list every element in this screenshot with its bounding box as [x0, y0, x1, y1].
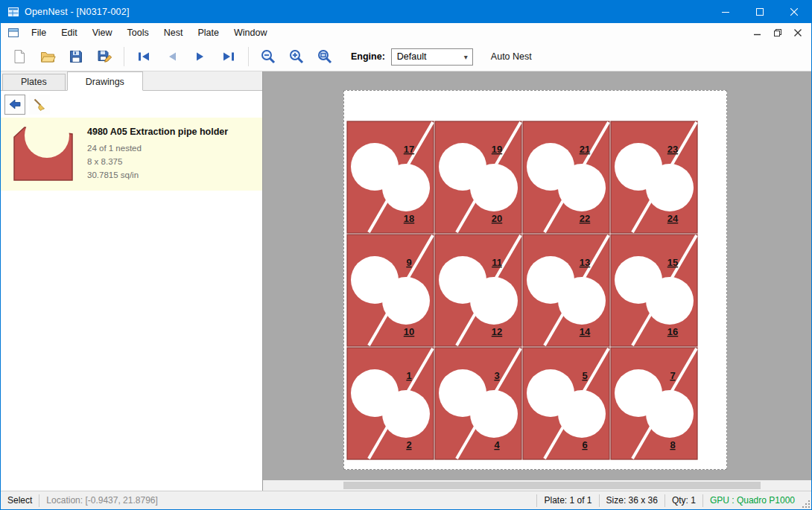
- nest-cell[interactable]: 1 2: [346, 347, 434, 460]
- menu-tools[interactable]: Tools: [120, 24, 156, 42]
- broom-icon: [32, 97, 47, 112]
- clear-drawings-button[interactable]: [29, 95, 50, 115]
- nest-cell[interactable]: 3 4: [434, 347, 522, 460]
- status-size: Size: 36 x 36: [606, 495, 658, 506]
- part-number: 5: [582, 370, 587, 381]
- drawing-title: 4980 A05 Extraction pipe holder: [87, 127, 228, 137]
- resize-grip[interactable]: [798, 491, 811, 509]
- nest-cell[interactable]: 9 10: [346, 234, 434, 347]
- mdi-close-button[interactable]: [788, 25, 807, 40]
- status-plate: Plate: 1 of 1: [544, 495, 591, 506]
- sidebar-tabs: PlatesDrawings: [1, 71, 262, 91]
- mdi-minimize-button[interactable]: [748, 25, 767, 40]
- last-plate-button[interactable]: [215, 45, 243, 68]
- status-qty: Qty: 1: [672, 495, 696, 506]
- last-arrow-icon: [221, 49, 236, 64]
- minimize-icon: [754, 29, 761, 36]
- status-separator: [664, 494, 665, 507]
- zoom-fit-icon: [317, 48, 333, 65]
- auto-nest-button[interactable]: Auto Nest: [491, 51, 532, 62]
- part-thumbnail: [7, 122, 78, 185]
- zoom-in-button[interactable]: [282, 45, 311, 68]
- part-number: 9: [406, 257, 411, 268]
- status-separator: [702, 494, 703, 507]
- status-location: Location: [-0.9437, 21.8796]: [46, 495, 157, 506]
- part-number: 24: [667, 213, 679, 224]
- next-arrow-icon: [193, 49, 208, 64]
- mdi-restore-button[interactable]: [768, 25, 787, 40]
- drawing-list-item[interactable]: 4980 A05 Extraction pipe holder 24 of 1 …: [1, 118, 262, 191]
- zoom-out-button[interactable]: [254, 45, 282, 68]
- new-document-icon: [11, 48, 28, 65]
- plate[interactable]: 17 18 19 20 21 22 23 24 9 10 11 12 13 14…: [343, 90, 727, 470]
- part-number: 7: [670, 370, 675, 381]
- part-number: 18: [404, 213, 414, 224]
- minimize-button[interactable]: [708, 1, 743, 23]
- menu-plate[interactable]: Plate: [190, 24, 226, 42]
- chevron-down-icon: ▾: [464, 53, 472, 61]
- next-plate-button[interactable]: [186, 45, 215, 68]
- restore-icon: [773, 28, 782, 37]
- open-folder-icon: [39, 48, 56, 65]
- part-number: 11: [492, 257, 502, 268]
- drawings-toolbar: [1, 91, 262, 118]
- part-number: 19: [492, 144, 502, 155]
- part-number: 13: [580, 257, 590, 268]
- mdi-window-controls: [748, 25, 811, 40]
- nest-cell[interactable]: 21 22: [522, 121, 610, 234]
- status-separator: [536, 494, 537, 507]
- window-controls: [708, 1, 811, 23]
- import-arrow-icon: [7, 97, 22, 112]
- part-number: 8: [670, 439, 675, 450]
- part-number: 21: [580, 144, 590, 155]
- save-edit-button[interactable]: [90, 45, 118, 68]
- open-button[interactable]: [34, 45, 62, 68]
- menu-window[interactable]: Window: [226, 24, 274, 42]
- nest-cell[interactable]: 19 20: [434, 121, 522, 234]
- part-number: 12: [492, 326, 502, 337]
- zoom-out-icon: [260, 48, 276, 65]
- save-button[interactable]: [62, 45, 90, 68]
- tab-drawings[interactable]: Drawings: [67, 71, 143, 91]
- part-shape-icon: [8, 124, 77, 183]
- menu-view[interactable]: View: [85, 24, 120, 42]
- sidebar: PlatesDrawings: [1, 71, 263, 491]
- nest-cell[interactable]: 23 24: [610, 121, 698, 234]
- menu-nest[interactable]: Nest: [156, 24, 191, 42]
- zoom-in-icon: [288, 48, 305, 65]
- app-window: OpenNest - [N0317-002] FileEditViewTools…: [0, 0, 812, 510]
- engine-label: Engine:: [351, 51, 385, 62]
- previous-arrow-icon: [165, 49, 180, 64]
- nest-canvas[interactable]: 17 18 19 20 21 22 23 24 9 10 11 12 13 14…: [263, 71, 811, 491]
- previous-plate-button[interactable]: [158, 45, 186, 68]
- maximize-button[interactable]: [743, 1, 777, 23]
- part-number: 17: [404, 144, 414, 155]
- scrollbar-thumb[interactable]: [343, 482, 761, 489]
- engine-value: Default: [397, 51, 427, 62]
- nest-cell[interactable]: 13 14: [522, 234, 610, 347]
- engine-select[interactable]: Default ▾: [391, 48, 473, 66]
- title-bar: OpenNest - [N0317-002]: [1, 1, 811, 23]
- part-number: 14: [580, 326, 591, 337]
- first-arrow-icon: [136, 49, 151, 64]
- first-plate-button[interactable]: [130, 45, 158, 68]
- status-mode: Select: [7, 495, 32, 506]
- nest-cell[interactable]: 15 16: [610, 234, 698, 347]
- tab-plates[interactable]: Plates: [2, 74, 66, 90]
- maximize-icon: [756, 8, 764, 16]
- nest-cell[interactable]: 17 18: [346, 121, 434, 234]
- menu-items: FileEditViewToolsNestPlateWindow: [24, 24, 274, 42]
- close-button[interactable]: [777, 1, 811, 23]
- menu-file[interactable]: File: [24, 24, 54, 42]
- nest-cell[interactable]: 11 12: [434, 234, 522, 347]
- new-button[interactable]: [5, 45, 34, 68]
- main-content: PlatesDrawings: [1, 71, 811, 491]
- resize-grip-icon: [801, 499, 811, 509]
- nest-cell[interactable]: 5 6: [522, 347, 610, 460]
- canvas-hscrollbar[interactable]: [263, 480, 811, 491]
- zoom-fit-button[interactable]: [311, 45, 339, 68]
- part-number: 20: [492, 213, 502, 224]
- nest-cell[interactable]: 7 8: [610, 347, 698, 460]
- import-drawing-button[interactable]: [4, 95, 25, 115]
- menu-edit[interactable]: Edit: [54, 24, 85, 42]
